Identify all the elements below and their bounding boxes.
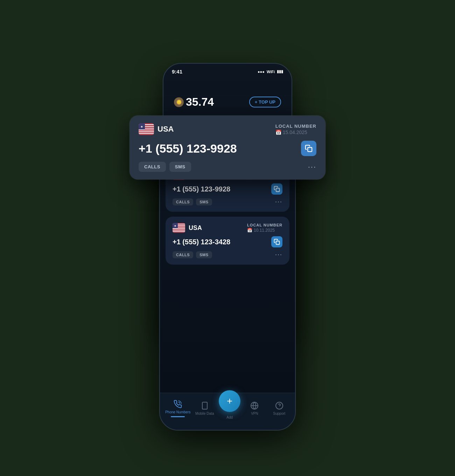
more-options-main1[interactable]: ··· <box>275 198 282 205</box>
add-icon: + <box>227 396 232 406</box>
svg-rect-47 <box>139 134 154 135</box>
more-options-main2[interactable]: ··· <box>275 251 282 258</box>
floating-more-options[interactable]: ··· <box>308 162 316 172</box>
floating-copy-icon[interactable] <box>301 141 316 156</box>
tab-bar: Phone Numbers Mobile Data + Add <box>160 393 295 430</box>
tab-label-support: Support <box>273 412 285 415</box>
tab-add[interactable]: + Add <box>219 397 240 419</box>
svg-rect-27 <box>276 241 280 245</box>
svg-text:★: ★ <box>140 125 143 128</box>
tab-label-add: Add <box>226 415 233 419</box>
flag-usa-2: ★ <box>173 223 185 233</box>
main-phone-number-1: +1 (555) 123-9928 <box>173 185 230 193</box>
phone-main: ★ USA LOCAL NUMBER 📅 15.04.2025 +1 (555)… <box>159 144 296 430</box>
add-button[interactable]: + <box>219 390 240 412</box>
balance-display: 🪙 35.74 <box>174 96 214 108</box>
tab-label-mobile-data: Mobile Data <box>195 412 214 415</box>
country-name-usa-2: USA <box>189 224 202 232</box>
copy-icon-main-2[interactable] <box>271 236 282 247</box>
tab-support[interactable]: Support <box>269 401 290 415</box>
phone-numbers-icon <box>173 400 182 409</box>
tag-calls-main1: CALLS <box>173 198 193 205</box>
top-up-button[interactable]: + TOP UP <box>249 97 281 107</box>
number-type-usa-2: LOCAL NUMBER 📅 10.11.2025 <box>247 223 282 233</box>
tag-calls-main2: CALLS <box>173 251 193 258</box>
vpn-icon <box>250 401 259 410</box>
tab-phone-numbers[interactable]: Phone Numbers <box>165 400 190 417</box>
svg-rect-24 <box>173 231 185 232</box>
tab-label-phone-numbers: Phone Numbers <box>165 410 190 414</box>
tab-vpn[interactable]: VPN <box>244 401 265 415</box>
floating-country-name: USA <box>158 125 174 134</box>
floating-card: ★ USA LOCAL NUMBER 📅 15.04.2025 +1 (555)… <box>130 115 326 180</box>
svg-rect-23 <box>173 230 185 230</box>
copy-icon-main-1[interactable] <box>271 183 282 195</box>
tab-label-vpn: VPN <box>251 412 258 415</box>
svg-rect-22 <box>173 228 185 229</box>
main-card-usa-2: ★ USA LOCAL NUMBER 📅 10.11.2025 +1 (555)… <box>166 217 289 265</box>
floating-tag-calls: CALLS <box>139 162 166 172</box>
floating-tag-sms: SMS <box>169 162 191 172</box>
svg-rect-46 <box>139 133 154 134</box>
svg-rect-45 <box>139 132 154 133</box>
balance-amount: 35.74 <box>186 96 214 108</box>
main-phone-number-2: +1 (555) 123-3428 <box>173 238 230 246</box>
svg-rect-42 <box>139 130 154 131</box>
floating-number-type: LOCAL NUMBER 📅 15.04.2025 <box>275 124 316 135</box>
tab-active-indicator <box>171 416 185 417</box>
scene: 9:41 ●●● WiFi ▮▮▮ 🪙 35.74 + TOP UP +1 (5… <box>154 46 301 430</box>
svg-text:★: ★ <box>174 224 176 227</box>
tag-sms-main2: SMS <box>196 251 212 258</box>
flag-usa-floating: ★ <box>139 123 154 135</box>
svg-rect-17 <box>276 188 280 192</box>
tab-mobile-data[interactable]: Mobile Data <box>194 401 215 415</box>
svg-rect-50 <box>308 147 312 152</box>
mobile-data-icon <box>200 401 209 410</box>
support-icon <box>275 401 284 410</box>
status-bar-back: 9:41 ●●● WiFi ▮▮▮ <box>163 64 292 75</box>
coin-icon: 🪙 <box>174 97 184 107</box>
tag-sms-main1: SMS <box>196 198 212 205</box>
svg-rect-44 <box>139 131 154 132</box>
svg-rect-43 <box>139 131 154 132</box>
floating-phone-number: +1 (555) 123-9928 <box>139 142 237 155</box>
back-phone-topbar: 🪙 35.74 + TOP UP <box>170 96 285 108</box>
